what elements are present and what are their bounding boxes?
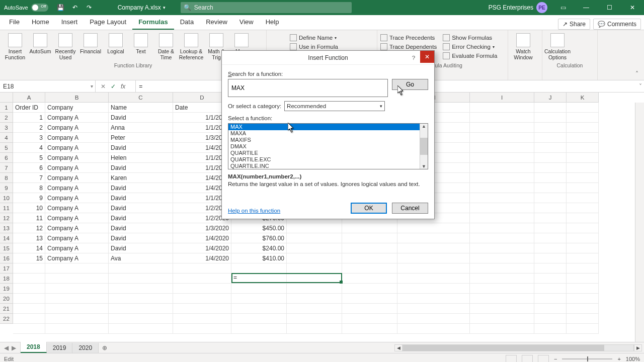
tab-view[interactable]: View	[233, 15, 260, 30]
cell[interactable]	[567, 203, 599, 213]
cell[interactable]: Company A	[45, 213, 109, 223]
cell[interactable]	[287, 243, 342, 253]
cell[interactable]	[231, 324, 287, 334]
cell[interactable]: 1/4/2020	[173, 233, 231, 243]
cell[interactable]	[534, 113, 567, 123]
zoom-in-icon[interactable]: +	[617, 356, 620, 362]
cell[interactable]	[470, 223, 534, 233]
cell[interactable]	[397, 223, 470, 233]
collapse-ribbon-icon[interactable]: ˄	[633, 70, 641, 78]
cell[interactable]: Company A	[45, 223, 109, 233]
cell[interactable]	[470, 294, 534, 304]
cell[interactable]	[567, 253, 599, 263]
cell[interactable]	[13, 304, 45, 314]
tab-data[interactable]: Data	[174, 15, 200, 30]
lookup--button[interactable]: Lookup & Reference	[179, 32, 203, 61]
row-header[interactable]: 14	[0, 233, 13, 243]
trace-precedents-button[interactable]: Trace Precedents	[380, 34, 437, 41]
cell[interactable]	[470, 113, 534, 123]
cell[interactable]	[470, 133, 534, 143]
cell[interactable]	[567, 314, 599, 324]
column-header[interactable]: B	[45, 93, 109, 103]
cell[interactable]: Company A	[45, 193, 109, 203]
cell[interactable]	[109, 263, 173, 274]
cell[interactable]	[109, 314, 173, 324]
cell[interactable]: David	[109, 183, 173, 193]
account-button[interactable]: PSG Enterprises PE	[485, 2, 551, 13]
cell[interactable]	[287, 304, 342, 314]
cell[interactable]	[173, 314, 231, 324]
cell[interactable]	[567, 304, 599, 314]
redo-icon[interactable]: ↷	[85, 3, 94, 12]
dialog-titlebar[interactable]: Insert Function ? ✕	[222, 51, 434, 65]
cell[interactable]: Order ID	[13, 103, 45, 113]
cell[interactable]: David	[109, 203, 173, 213]
go-button[interactable]: Go	[392, 79, 428, 90]
function-list-item[interactable]: MAXA	[228, 130, 428, 137]
zoom-level[interactable]: 100%	[626, 356, 640, 362]
cell[interactable]	[397, 253, 470, 263]
search-function-input[interactable]	[228, 79, 388, 97]
tell-me-search[interactable]: 🔍 Search	[181, 2, 352, 13]
ribbon-display-options-icon[interactable]: ▭	[551, 0, 575, 15]
cell[interactable]	[45, 294, 109, 304]
cell[interactable]	[534, 183, 567, 193]
save-icon[interactable]: 💾	[56, 3, 65, 12]
cell[interactable]	[231, 284, 287, 294]
cell[interactable]: Company	[45, 103, 109, 113]
cell[interactable]	[534, 274, 567, 284]
cancel-formula-icon[interactable]: ✕	[101, 83, 106, 90]
cell[interactable]	[287, 253, 342, 263]
ok-button[interactable]: OK	[351, 203, 387, 214]
function-list-item[interactable]: MAXIFS	[228, 137, 428, 143]
cell[interactable]	[397, 304, 470, 314]
use-in-formula-button[interactable]: Use in Formula	[290, 43, 374, 50]
horizontal-scrollbar[interactable]	[403, 344, 634, 351]
row-header[interactable]: 12	[0, 213, 13, 223]
cell[interactable]	[470, 153, 534, 163]
row-header[interactable]: 7	[0, 163, 13, 173]
cell[interactable]	[45, 324, 109, 334]
add-sheet-button[interactable]: ⊕	[99, 342, 111, 353]
cell[interactable]	[342, 263, 397, 274]
cell[interactable]	[287, 223, 342, 233]
cell[interactable]	[13, 324, 45, 334]
tab-help[interactable]: Help	[260, 15, 285, 30]
cell[interactable]: 1/3/2020	[173, 223, 231, 233]
cell[interactable]	[342, 233, 397, 243]
cell[interactable]: Company A	[45, 113, 109, 123]
fx-icon[interactable]: fx	[121, 83, 125, 90]
cell[interactable]	[287, 233, 342, 243]
cell[interactable]: Company A	[45, 133, 109, 143]
cell[interactable]: $410.00	[231, 253, 287, 263]
row-header[interactable]: 3	[0, 123, 13, 133]
cell[interactable]	[470, 183, 534, 193]
function-list-item[interactable]: QUARTILE.EXC	[228, 156, 428, 163]
define-name-button[interactable]: Define Name▾	[290, 34, 374, 41]
cell[interactable]	[231, 263, 287, 274]
row-header[interactable]: 4	[0, 133, 13, 143]
row-header[interactable]: 17	[0, 263, 13, 274]
cell[interactable]	[13, 284, 45, 294]
zoom-slider[interactable]	[562, 358, 612, 359]
tab-insert[interactable]: Insert	[55, 15, 84, 30]
cell[interactable]	[470, 263, 534, 274]
cell[interactable]	[567, 324, 599, 334]
cancel-button[interactable]: Cancel	[392, 203, 428, 214]
close-window-icon[interactable]: ✕	[621, 0, 644, 15]
name-box[interactable]: E18▾	[0, 80, 96, 92]
sheet-tab-2019[interactable]: 2019	[47, 343, 73, 353]
cell[interactable]	[13, 294, 45, 304]
row-header[interactable]: 20	[0, 294, 13, 304]
category-select[interactable]: Recommended▾	[284, 101, 385, 111]
sheet-tab-2020[interactable]: 2020	[72, 343, 99, 353]
cell[interactable]	[109, 294, 173, 304]
cell[interactable]	[287, 274, 342, 284]
cell[interactable]: Company A	[45, 183, 109, 193]
cell[interactable]: 6	[13, 163, 45, 173]
cell[interactable]	[470, 103, 534, 113]
cell[interactable]	[534, 233, 567, 243]
cell[interactable]	[567, 233, 599, 243]
cell[interactable]: $760.00	[231, 233, 287, 243]
cell[interactable]: David	[109, 113, 173, 123]
